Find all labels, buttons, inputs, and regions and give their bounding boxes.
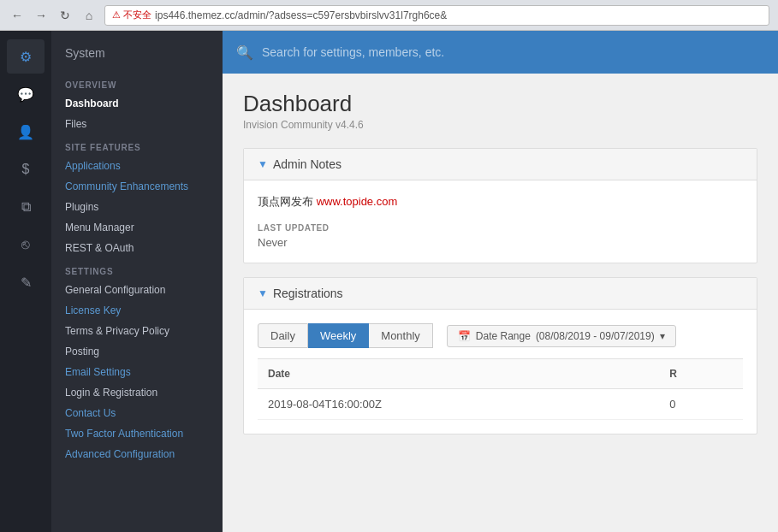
date-range-value: (08/08/2019 - 09/07/2019) xyxy=(536,330,655,342)
sidebar-item-login-registration[interactable]: Login & Registration xyxy=(51,382,223,403)
address-text: ips446.themez.cc/admin/?adsess=c597ersbv… xyxy=(155,9,447,21)
sidebar-item-email-settings[interactable]: Email Settings xyxy=(51,362,223,382)
back-button[interactable]: ← xyxy=(9,7,26,24)
registrations-title: Registrations xyxy=(273,287,343,300)
sidebar-item-dashboard[interactable]: Dashboard xyxy=(51,93,223,114)
date-range-chevron-icon: ▾ xyxy=(660,330,665,342)
registrations-body: Daily Weekly Monthly 📅 Date Range (08/08… xyxy=(244,310,757,434)
sidebar-item-contact-us[interactable]: Contact Us xyxy=(51,403,223,423)
admin-notes-header: ▼ Admin Notes xyxy=(244,149,757,180)
admin-notes-title: Admin Notes xyxy=(273,157,341,171)
sidebar-section-site-features: Site Features xyxy=(51,134,223,156)
sidebar-item-posting[interactable]: Posting xyxy=(51,341,223,362)
page-title: Dashboard xyxy=(243,91,757,117)
registrations-header: ▼ Registrations xyxy=(244,278,757,310)
rail-dollar-icon[interactable]: $ xyxy=(7,152,45,186)
sidebar-item-terms-privacy[interactable]: Terms & Privacy Policy xyxy=(51,321,223,341)
tab-weekly[interactable]: Weekly xyxy=(308,323,369,348)
sidebar-section-settings: Settings xyxy=(51,258,223,280)
admin-notes-body: 顶点网发布 www.topide.com Last Updated Never xyxy=(244,180,757,263)
registrations-arrow-icon[interactable]: ▼ xyxy=(258,287,268,299)
table-cell-value: 0 xyxy=(659,389,743,420)
last-updated-value: Never xyxy=(258,236,743,249)
rail-user-icon[interactable]: 👤 xyxy=(7,115,45,149)
rail-chart-icon[interactable]: ⎋ xyxy=(7,228,45,262)
sidebar-item-rest-oauth[interactable]: REST & OAuth xyxy=(51,238,223,258)
icon-rail: ⚙ 💬 👤 $ ⧉ ⎋ ✎ xyxy=(0,31,51,532)
sidebar-item-community-enhancements[interactable]: Community Enhancements xyxy=(51,176,223,197)
main-content: 🔍 Dashboard Invision Community v4.4.6 ▼ … xyxy=(223,31,778,532)
search-icon: 🔍 xyxy=(236,44,253,61)
admin-note-text: 顶点网发布 www.topide.com xyxy=(258,194,743,210)
date-range-label: Date Range xyxy=(476,330,531,342)
reload-button[interactable]: ↻ xyxy=(56,7,74,24)
page-area: Dashboard Invision Community v4.4.6 ▼ Ad… xyxy=(223,74,778,532)
sidebar-item-files[interactable]: Files xyxy=(51,114,223,134)
table-col-value: R xyxy=(659,359,743,389)
security-warning: ⚠ 不安全 xyxy=(112,9,151,21)
search-bar: 🔍 xyxy=(223,31,778,74)
sidebar-item-advanced-config[interactable]: Advanced Configuration xyxy=(51,444,223,464)
home-button[interactable]: ⌂ xyxy=(80,7,98,24)
tab-daily[interactable]: Daily xyxy=(258,323,308,348)
sidebar-item-menu-manager[interactable]: Menu Manager xyxy=(51,217,223,238)
sidebar-item-two-factor-auth[interactable]: Two Factor Authentication xyxy=(51,423,223,444)
date-range-button[interactable]: 📅 Date Range (08/08/2019 - 09/07/2019) ▾ xyxy=(447,325,676,347)
address-bar[interactable]: ⚠ 不安全 ips446.themez.cc/admin/?adsess=c59… xyxy=(104,5,769,26)
admin-notes-arrow-icon[interactable]: ▼ xyxy=(258,158,268,170)
admin-note-link[interactable]: www.topide.com xyxy=(317,195,398,208)
table-col-date: Date xyxy=(258,359,659,389)
last-updated-label: Last Updated xyxy=(258,223,743,233)
sidebar: System Overview Dashboard Files Site Fea… xyxy=(51,31,223,532)
rail-pen-icon[interactable]: ✎ xyxy=(7,265,45,299)
sidebar-section-overview: Overview xyxy=(51,72,223,93)
browser-bar: ← → ↻ ⌂ ⚠ 不安全 ips446.themez.cc/admin/?ad… xyxy=(0,0,778,31)
rail-chat-icon[interactable]: 💬 xyxy=(7,77,45,111)
sidebar-item-plugins[interactable]: Plugins xyxy=(51,197,223,217)
app-shell: ⚙ 💬 👤 $ ⧉ ⎋ ✎ System Overview Dashboard … xyxy=(0,31,778,532)
page-subtitle: Invision Community v4.4.6 xyxy=(243,119,757,131)
sidebar-item-general-config[interactable]: General Configuration xyxy=(51,280,223,300)
registrations-table: Date R 2019-08-04T16:00:00Z 0 xyxy=(258,358,743,420)
tab-monthly[interactable]: Monthly xyxy=(369,323,433,348)
rail-gear-icon[interactable]: ⚙ xyxy=(7,39,45,74)
table-row: 2019-08-04T16:00:00Z 0 xyxy=(258,389,743,420)
admin-notes-card: ▼ Admin Notes 顶点网发布 www.topide.com Last … xyxy=(243,148,757,263)
rail-copy-icon[interactable]: ⧉ xyxy=(7,190,45,224)
table-cell-date: 2019-08-04T16:00:00Z xyxy=(258,389,659,420)
registrations-card: ▼ Registrations Daily Weekly Monthly 📅 D… xyxy=(243,277,757,434)
tab-group: Daily Weekly Monthly 📅 Date Range (08/08… xyxy=(258,323,743,348)
sidebar-item-applications[interactable]: Applications xyxy=(51,156,223,176)
search-input[interactable] xyxy=(262,45,764,59)
admin-note-prefix: 顶点网发布 xyxy=(258,195,317,208)
sidebar-item-license-key[interactable]: License Key xyxy=(51,300,223,321)
forward-button[interactable]: → xyxy=(33,7,50,24)
calendar-icon: 📅 xyxy=(458,330,471,342)
sidebar-title: System xyxy=(51,39,223,72)
